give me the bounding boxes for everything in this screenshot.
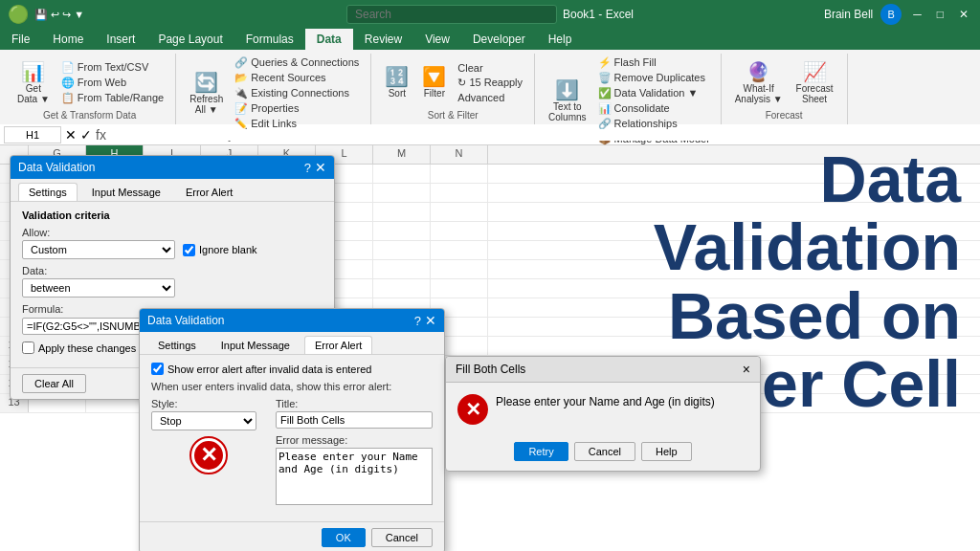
data-select[interactable]: between: [22, 278, 175, 298]
col-header-m: M: [373, 145, 431, 164]
consolidate-btn[interactable]: 📊 Consolidate: [594, 101, 713, 116]
style-label: Style:: [151, 398, 266, 409]
dialog-2-tab-error-alert[interactable]: Error Alert: [304, 336, 373, 354]
advanced-btn[interactable]: Advanced: [454, 91, 526, 104]
fill-dialog-close-btn[interactable]: ×: [743, 362, 750, 377]
from-text-csv-btn[interactable]: 📄 From Text/CSV: [57, 60, 167, 75]
cell-m4[interactable]: [373, 222, 431, 241]
tab-developer[interactable]: Developer: [461, 29, 537, 50]
style-row: Style: Stop ✕: [151, 398, 266, 508]
style-select[interactable]: Stop: [151, 411, 256, 430]
title-row: Title:: [276, 398, 433, 429]
dialog-2-body: Show error alert after invalid data is e…: [140, 355, 444, 521]
dialog-2-cancel-btn[interactable]: Cancel: [371, 528, 433, 547]
cell-n3[interactable]: [431, 203, 488, 222]
dialog-2-help-icon[interactable]: ?: [414, 314, 421, 328]
cell-m5[interactable]: [373, 241, 431, 260]
apply-changes-checkbox[interactable]: [22, 342, 34, 354]
dialog-2-tab-settings[interactable]: Settings: [147, 336, 207, 354]
forecast-sheet-btn[interactable]: 📈 Forecast Sheet: [791, 60, 839, 106]
dialog-1-help-icon[interactable]: ?: [304, 161, 311, 175]
username: Brain Bell: [824, 8, 873, 21]
tab-home[interactable]: Home: [41, 29, 95, 50]
tab-review[interactable]: Review: [353, 29, 413, 50]
ignore-blank-row: Ignore blank: [183, 244, 257, 256]
flash-fill-btn[interactable]: ⚡ Flash Fill: [594, 55, 713, 70]
cell-n4[interactable]: [431, 222, 488, 241]
tab-data[interactable]: Data: [305, 29, 353, 50]
dialog-1-tab-error-alert[interactable]: Error Alert: [175, 183, 244, 201]
clear-btn[interactable]: Clear: [454, 61, 526, 75]
allow-select[interactable]: Custom: [22, 240, 175, 259]
text-to-columns-btn[interactable]: ⬇️ Text to Columns: [543, 78, 591, 124]
what-if-btn[interactable]: 🔮 What-If Analysis ▼: [729, 60, 789, 106]
get-transform-label: Get & Transform Data: [43, 110, 136, 122]
properties-btn[interactable]: 📝 Properties: [231, 101, 363, 116]
recent-sources-btn[interactable]: 📂 Recent Sources: [231, 71, 363, 85]
title-input[interactable]: [276, 411, 433, 429]
fill-help-btn[interactable]: Help: [641, 442, 692, 461]
dialog-2-tab-input-message[interactable]: Input Message: [211, 336, 301, 354]
minimize-btn[interactable]: ─: [909, 8, 925, 21]
title-bar-left: 🟢 💾 ↩ ↪ ▼: [8, 4, 84, 25]
ignore-blank-checkbox[interactable]: [183, 244, 195, 256]
dialog-1-tab-input-message[interactable]: Input Message: [81, 183, 171, 201]
retry-btn[interactable]: Retry: [514, 442, 568, 461]
col-header-n: N: [431, 145, 488, 164]
get-data-icon: 📊: [21, 62, 45, 81]
dialog-2-ok-btn[interactable]: OK: [322, 528, 366, 547]
tab-page-layout[interactable]: Page Layout: [146, 29, 234, 50]
tab-file[interactable]: File: [0, 29, 41, 50]
ribbon-content: 📊 Get Data ▼ 📄 From Text/CSV 🌐 From Web …: [0, 50, 980, 124]
cell-n1[interactable]: [431, 165, 488, 184]
tab-help[interactable]: Help: [537, 29, 584, 50]
close-btn[interactable]: ✕: [955, 8, 972, 21]
ignore-blank-label: Ignore blank: [199, 244, 257, 255]
tab-view[interactable]: View: [413, 29, 461, 50]
transform-col: 📄 From Text/CSV 🌐 From Web 📋 From Table/…: [57, 60, 167, 105]
formula-bar: ✕ ✓ fx: [0, 124, 980, 145]
dialog-1-close-btn[interactable]: ✕: [315, 160, 326, 175]
remove-duplicates-btn[interactable]: 🗑️ Remove Duplicates: [594, 71, 713, 85]
maximize-btn[interactable]: □: [933, 8, 947, 21]
data-row: Data: between: [22, 265, 323, 298]
when-invalid-row: When user enters invalid data, show this…: [151, 381, 433, 392]
dialog-2-close-btn[interactable]: ✕: [425, 313, 436, 328]
formula-input[interactable]: [110, 129, 976, 141]
tab-formulas[interactable]: Formulas: [234, 29, 305, 50]
dialog-1-tab-settings[interactable]: Settings: [18, 183, 78, 201]
search-input[interactable]: [346, 5, 557, 24]
clear-all-btn[interactable]: Clear All: [22, 374, 86, 393]
sort-icon: 🔢: [385, 67, 409, 86]
error-msg-textarea[interactable]: Please enter your Name and Age (in digit…: [276, 448, 433, 505]
cell-m1[interactable]: [373, 165, 431, 184]
from-web-btn[interactable]: 🌐 From Web: [57, 76, 167, 90]
dialog-2-title: Data Validation: [147, 314, 225, 327]
ribbon-tabs: File Home Insert Page Layout Formulas Da…: [0, 29, 980, 50]
filter-col: Clear ↻ 15 Reapply Advanced: [454, 61, 526, 104]
fill-dialog-buttons: Retry Cancel Help: [446, 436, 760, 471]
filter-btn[interactable]: 🔽 Filter: [416, 65, 452, 100]
forecast-icon: 📈: [803, 62, 827, 81]
cell-n5[interactable]: [431, 241, 488, 260]
fill-cancel-btn[interactable]: Cancel: [574, 442, 635, 461]
data-validation-ribbon-btn[interactable]: ✅ Data Validation ▼: [594, 86, 713, 100]
cell-m2[interactable]: [373, 184, 431, 203]
data-validation-dialog-2: Data Validation ? ✕ Settings Input Messa…: [139, 308, 445, 551]
get-data-btn[interactable]: 📊 Get Data ▼: [11, 60, 56, 106]
queries-connections-btn[interactable]: 🔗 Queries & Connections: [231, 55, 363, 70]
existing-connections-btn[interactable]: 🔌 Existing Connections: [231, 86, 363, 100]
tab-insert[interactable]: Insert: [95, 29, 146, 50]
from-table-btn[interactable]: 📋 From Table/Range: [57, 91, 167, 105]
reapply-btn[interactable]: ↻ 15 Reapply: [454, 76, 526, 90]
refresh-all-btn[interactable]: 🔄 Refresh All ▼: [184, 71, 229, 117]
what-if-icon: 🔮: [746, 62, 770, 81]
sort-btn[interactable]: 🔢 Sort: [379, 65, 414, 100]
cell-m3[interactable]: [373, 203, 431, 222]
name-box[interactable]: [4, 126, 61, 143]
queries-buttons: 🔄 Refresh All ▼ 🔗 Queries & Connections …: [184, 55, 363, 131]
fill-dialog-message: Please enter your Name and Age (in digit…: [496, 394, 715, 410]
show-error-checkbox[interactable]: [151, 363, 164, 375]
cell-n2[interactable]: [431, 184, 488, 203]
function-icon: fx: [96, 127, 106, 143]
